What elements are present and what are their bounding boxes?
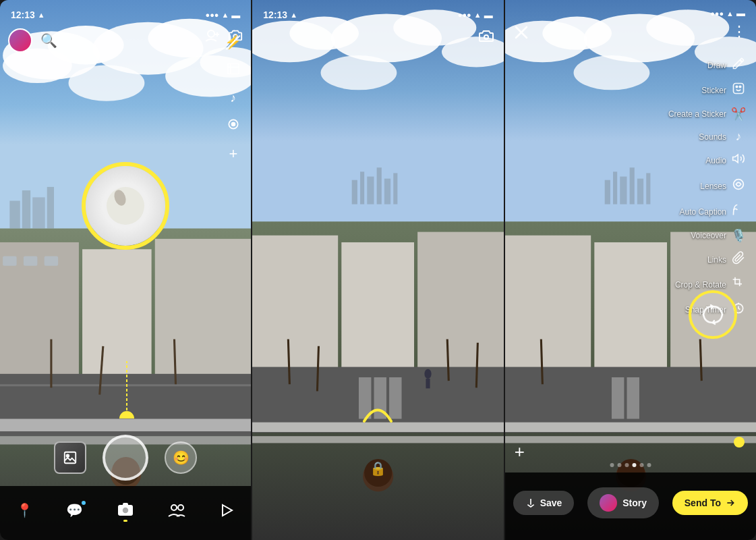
save-button[interactable]: Save — [513, 491, 575, 515]
audio-icon — [730, 152, 747, 169]
svg-rect-16 — [82, 249, 152, 394]
crop-icon — [730, 276, 747, 293]
gallery-button[interactable] — [54, 441, 86, 474]
status-icons-2: ●●● ▲ ▬ — [458, 10, 493, 20]
svg-line-80 — [448, 340, 449, 381]
svg-marker-50 — [223, 505, 232, 516]
microphone-icon: 🎙️ — [730, 228, 747, 243]
svg-point-82 — [484, 35, 488, 39]
close-button[interactable] — [515, 26, 528, 42]
add-friend-button[interactable] — [205, 30, 220, 45]
svg-rect-111 — [733, 84, 743, 94]
nav-friends[interactable] — [168, 503, 185, 518]
svg-rect-61 — [377, 167, 382, 204]
draw-icon — [730, 57, 747, 74]
svg-rect-104 — [505, 436, 756, 443]
shutter-controls: 😊 — [0, 435, 251, 481]
auto-caption-tool[interactable]: Auto Caption — [676, 200, 751, 223]
svg-point-113 — [739, 86, 741, 88]
zoom-preview — [86, 166, 165, 246]
more-menu-button[interactable]: ⋮ — [732, 24, 747, 39]
add-element-button[interactable]: + — [515, 441, 525, 462]
story-button[interactable]: Story — [587, 487, 659, 518]
shutter-button[interactable] — [103, 435, 148, 481]
swipe-up-hint — [357, 396, 398, 425]
nav-chat[interactable]: 💬 — [66, 502, 83, 518]
create-sticker-tool[interactable]: Create a Sticker ✂️ — [664, 104, 751, 124]
status-icons-1: ●●● ▲ ▬ — [206, 10, 241, 20]
svg-rect-95 — [646, 173, 650, 204]
flip-camera-button-2[interactable] — [478, 28, 494, 47]
svg-point-30 — [208, 30, 214, 37]
lenses-icon — [730, 177, 747, 195]
dot-4-active — [632, 463, 636, 467]
emoji-button[interactable]: 😊 — [165, 441, 197, 474]
signal-icon-1: ●●● — [206, 11, 219, 19]
send-to-button[interactable]: Send To — [672, 491, 748, 515]
svg-rect-75 — [252, 436, 503, 443]
location-arrow-1: ▲ — [38, 11, 45, 19]
svg-rect-101 — [612, 377, 624, 419]
more-options-button[interactable]: + — [229, 146, 237, 161]
svg-rect-92 — [620, 177, 627, 205]
battery-icon-3: ▬ — [736, 8, 745, 18]
nav-location[interactable]: 📍 — [16, 502, 33, 518]
flash-off-button[interactable]: ⚡ — [225, 34, 241, 50]
svg-rect-94 — [637, 179, 643, 205]
scissors-icon: ✂️ — [730, 107, 747, 122]
status-bar-3: ●●● ▲ ▬ — [710, 8, 745, 18]
svg-rect-34 — [227, 64, 239, 74]
svg-point-38 — [231, 123, 235, 126]
links-tool[interactable]: Links — [703, 248, 751, 271]
edit-screen: ●●● ▲ ▬ ⋮ Draw — [505, 0, 756, 540]
svg-rect-10 — [22, 190, 30, 228]
svg-point-46 — [122, 507, 129, 514]
svg-rect-93 — [629, 167, 634, 204]
svg-point-44 — [67, 454, 69, 457]
nav-discover[interactable] — [219, 502, 235, 518]
music-note-icon: ♪ — [730, 130, 747, 144]
filter-button[interactable] — [227, 62, 240, 79]
wifi-icon-1: ▲ — [221, 11, 229, 19]
voiceover-tool[interactable]: Voiceover 🎙️ — [687, 225, 751, 246]
draw-tool[interactable]: Draw — [703, 54, 751, 76]
svg-marker-114 — [733, 155, 738, 163]
battery-icon-1: ▬ — [231, 10, 240, 20]
svg-rect-47 — [123, 503, 128, 506]
svg-point-112 — [736, 86, 738, 88]
svg-rect-11 — [32, 197, 45, 228]
story-avatar — [600, 494, 617, 512]
sticker-tool[interactable]: Sticker — [697, 79, 751, 101]
svg-line-78 — [289, 340, 290, 385]
svg-rect-9 — [9, 200, 20, 228]
svg-point-89 — [573, 55, 649, 90]
lens-button[interactable] — [227, 117, 240, 134]
svg-point-48 — [171, 505, 177, 510]
search-button[interactable]: 🔍 — [40, 32, 57, 49]
edit-tools-sidebar: Draw Sticker — [664, 54, 751, 321]
audio-tool[interactable]: Audio — [701, 149, 751, 171]
wifi-icon-3: ▲ — [726, 9, 734, 18]
user-avatar[interactable] — [8, 28, 32, 53]
svg-rect-91 — [613, 171, 617, 204]
nav-camera[interactable] — [116, 500, 135, 522]
svg-line-108 — [700, 340, 701, 381]
dot-6 — [647, 463, 651, 467]
svg-rect-43 — [65, 452, 76, 464]
svg-rect-102 — [627, 377, 639, 419]
svg-point-39 — [107, 187, 144, 225]
svg-rect-28 — [24, 256, 38, 265]
svg-point-8 — [69, 65, 145, 101]
share-bar: Save Story Send To — [505, 473, 756, 540]
signal-icon-3: ●●● — [710, 9, 724, 18]
dot-3 — [624, 463, 629, 467]
svg-line-107 — [541, 340, 542, 385]
location-arrow-2: ▲ — [290, 11, 297, 19]
signal-icon-2: ●●● — [458, 11, 471, 19]
camera-screen: 12:13 ▲ ●●● ▲ ▬ 🔍 — [0, 0, 251, 540]
sounds-tool[interactable]: Sounds ♪ — [695, 127, 751, 146]
status-bar-2: 12:13 ▲ ●●● ▲ ▬ — [252, 0, 503, 24]
music-button[interactable]: ♪ — [230, 91, 236, 105]
lenses-tool[interactable]: Lenses — [696, 174, 751, 198]
dot-1 — [610, 463, 614, 467]
